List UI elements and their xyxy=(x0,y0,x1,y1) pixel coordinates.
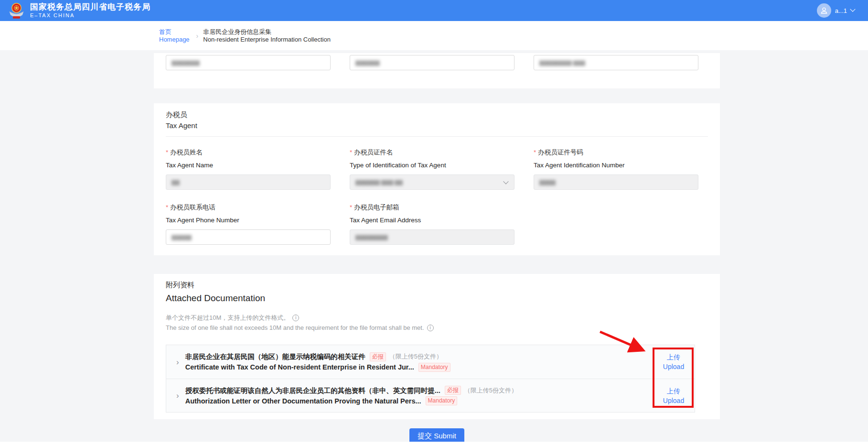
tax-agent-name-input: ▇▇ xyxy=(166,174,331,190)
field-label-en: Tax Agent Phone Number xyxy=(166,216,331,225)
company-field-2: ▇▇▇▇▇▇ xyxy=(350,55,514,70)
field-tax-agent-phone: *办税员联系电话 Tax Agent Phone Number ▇▇▇▇▇ xyxy=(166,203,331,245)
tax-agent-heading: 办税员 Tax Agent xyxy=(166,103,708,137)
masked-value: ▇▇ xyxy=(171,179,180,185)
tax-agent-id-number-input: ▇▇▇▇ xyxy=(534,174,698,190)
upload-button-2[interactable]: 上传 Upload xyxy=(653,379,695,412)
company-field-3: ▇▇▇▇▇▇▇▇ ▇▇▇ xyxy=(534,55,698,70)
chevron-right-icon[interactable]: › xyxy=(176,392,179,400)
required-asterisk: * xyxy=(350,204,352,211)
masked-value: ▇▇▇▇▇▇▇▇ ▇▇▇ xyxy=(539,60,585,66)
breadcrumb-home-en[interactable]: Homepage xyxy=(159,36,190,44)
org-name: 国家税务总局四川省电子税务局 xyxy=(30,2,150,11)
upload-label-en[interactable]: Upload xyxy=(663,396,684,405)
breadcrumb-home-zh[interactable]: 首页 xyxy=(159,28,190,36)
masked-value: ▇▇▇▇ xyxy=(539,179,556,185)
page-title-zh: 非居民企业身份信息采集 xyxy=(203,28,331,36)
page-title-en: Non-resident Enterprise Information Coll… xyxy=(203,36,331,44)
tax-bureau-logo-icon xyxy=(8,2,25,20)
field-label-zh: *办税员证件号码 xyxy=(534,148,698,157)
info-icon[interactable]: i xyxy=(292,315,299,321)
masked-value: ▇▇▇▇▇▇ ▇▇▇ ▇▇ xyxy=(355,179,403,185)
upload-button-1[interactable]: 上传 Upload xyxy=(653,345,695,379)
masked-value: ▇▇▇▇▇▇ xyxy=(355,60,380,66)
masked-value: ▇▇▇▇▇▇▇ xyxy=(171,60,200,66)
field-label-en: Tax Agent Email Address xyxy=(350,216,514,225)
note-text: 单个文件不超过10M，支持上传的文件格式。 xyxy=(166,313,289,322)
org-subtitle: E–TAX CHINA xyxy=(30,12,150,19)
upload-limit-text: （限上传5份文件） xyxy=(464,385,517,396)
user-icon xyxy=(820,6,828,15)
document-row-1: › 非居民企业在其居民国（地区）能显示纳税编码的相关证件 必报 （限上传5份文件… xyxy=(166,345,695,379)
field-tax-agent-id-number: *办税员证件号码 Tax Agent Identification Number… xyxy=(534,148,698,190)
info-icon[interactable]: i xyxy=(427,325,434,331)
field-label-zh: *办税员电子邮箱 xyxy=(350,203,514,212)
breadcrumb-home-link[interactable]: 首页 Homepage xyxy=(159,28,190,44)
field-label-en: Tax Agent Identification Number xyxy=(534,161,698,170)
upload-label-en[interactable]: Upload xyxy=(663,362,684,371)
file-note-en: The size of one file shall not exceeds 1… xyxy=(166,323,708,332)
document-info: 授权委托书或能证明该自然人为非居民企业员工的其他资料（非中、英文需同时提... … xyxy=(185,385,653,406)
file-note-zh: 单个文件不超过10M，支持上传的文件格式。 i xyxy=(166,313,708,322)
company-info-section: ▇▇▇▇▇▇▇ ▇▇▇▇▇▇ ▇▇▇▇▇▇▇▇ ▇▇▇ xyxy=(154,53,720,88)
user-menu[interactable]: a...1 xyxy=(817,3,855,18)
chevron-right-icon[interactable]: › xyxy=(176,358,179,366)
section-title-zh: 办税员 xyxy=(166,109,708,120)
breadcrumb-current: 非居民企业身份信息采集 Non-resident Enterprise Info… xyxy=(203,28,331,44)
document-info: 非居民企业在其居民国（地区）能显示纳税编码的相关证件 必报 （限上传5份文件） … xyxy=(185,351,653,372)
field-label-en: Tax Agent Name xyxy=(166,161,331,170)
mandatory-badge-zh: 必报 xyxy=(370,352,386,361)
document-row-2: › 授权委托书或能证明该自然人为非居民企业员工的其他资料（非中、英文需同时提..… xyxy=(166,379,695,412)
document-name-zh: 授权委托书或能证明该自然人为非居民企业员工的其他资料（非中、英文需同时提... xyxy=(185,385,440,396)
bottom-strip xyxy=(0,442,868,446)
documents-table: › 非居民企业在其居民国（地区）能显示纳税编码的相关证件 必报 （限上传5份文件… xyxy=(166,345,695,413)
required-asterisk: * xyxy=(350,149,352,156)
field-label-zh: *办税员证件名 xyxy=(350,148,514,157)
upload-label-zh[interactable]: 上传 xyxy=(667,352,680,362)
attached-documentation-section: 附列资料 Attached Documentation 单个文件不超过10M，支… xyxy=(154,274,720,419)
breadcrumb-separator-icon: › xyxy=(196,32,199,40)
document-name-zh: 非居民企业在其居民国（地区）能显示纳税编码的相关证件 xyxy=(185,351,365,362)
document-name-en: Authorization Letter or Other Documentat… xyxy=(185,396,421,406)
section-title-en: Attached Documentation xyxy=(166,292,708,305)
chevron-down-icon[interactable] xyxy=(850,7,855,12)
section-title-zh: 附列资料 xyxy=(166,274,708,290)
tax-agent-phone-input[interactable]: ▇▇▇▇▇ xyxy=(166,229,331,245)
field-tax-agent-name: *办税员姓名 Tax Agent Name ▇▇ xyxy=(166,148,331,190)
section-title-en: Tax Agent xyxy=(166,120,708,131)
mandatory-badge-zh: 必报 xyxy=(445,386,461,395)
required-asterisk: * xyxy=(166,204,168,211)
breadcrumb-bar: 首页 Homepage › 非居民企业身份信息采集 Non-resident E… xyxy=(0,21,868,50)
avatar[interactable] xyxy=(817,3,831,18)
tax-agent-section: 办税员 Tax Agent *办税员姓名 Tax Agent Name ▇▇ *… xyxy=(154,103,720,255)
breadcrumb: 首页 Homepage › 非居民企业身份信息采集 Non-resident E… xyxy=(159,28,331,44)
field-label-zh: *办税员联系电话 xyxy=(166,203,331,212)
field-label-en: Type of Identification of Tax Agent xyxy=(350,161,514,170)
chevron-down-icon xyxy=(503,179,508,184)
masked-value: ▇▇▇▇▇▇▇▇ xyxy=(355,234,388,240)
tax-agent-id-type-select: ▇▇▇▇▇▇ ▇▇▇ ▇▇ xyxy=(350,174,514,190)
required-asterisk: * xyxy=(166,149,168,156)
mandatory-badge-en: Mandatory xyxy=(418,363,450,372)
required-asterisk: * xyxy=(534,149,536,156)
upload-limit-text: （限上传5份文件） xyxy=(389,351,442,362)
company-field-1: ▇▇▇▇▇▇▇ xyxy=(166,55,331,70)
user-name[interactable]: a...1 xyxy=(835,7,847,14)
field-label-zh: *办税员姓名 xyxy=(166,148,331,157)
document-name-en: Certificate with Tax Code of Non-residen… xyxy=(185,362,414,372)
note-text: The size of one file shall not exceeds 1… xyxy=(166,323,424,332)
app-header: 国家税务总局四川省电子税务局 E–TAX CHINA a...1 xyxy=(0,0,868,21)
mandatory-badge-en: Mandatory xyxy=(426,396,458,405)
field-tax-agent-id-type: *办税员证件名 Type of Identification of Tax Ag… xyxy=(350,148,514,190)
masked-value: ▇▇▇▇▇ xyxy=(171,234,192,240)
upload-label-zh[interactable]: 上传 xyxy=(667,386,680,396)
tax-agent-email-input: ▇▇▇▇▇▇▇▇ xyxy=(350,229,514,245)
field-tax-agent-email: *办税员电子邮箱 Tax Agent Email Address ▇▇▇▇▇▇▇… xyxy=(350,203,514,245)
